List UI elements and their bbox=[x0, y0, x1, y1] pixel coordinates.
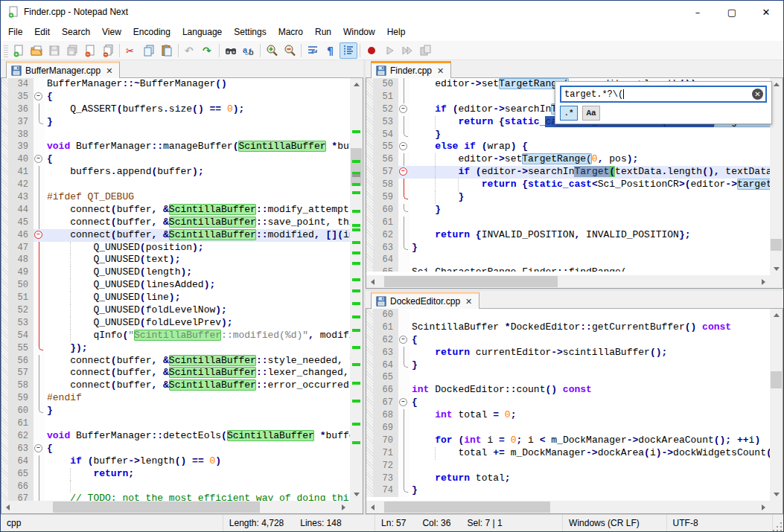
bookmark-margin[interactable] bbox=[1, 78, 8, 91]
zoom-out-icon[interactable] bbox=[281, 42, 299, 59]
code-text[interactable]: Q_UNUSED(position); bbox=[45, 242, 350, 254]
maximize-button[interactable]: ▢ bbox=[715, 1, 749, 23]
bookmark-margin[interactable] bbox=[1, 103, 8, 116]
bookmark-margin[interactable] bbox=[366, 179, 373, 191]
bookmark-margin[interactable] bbox=[366, 347, 373, 359]
code-text[interactable] bbox=[45, 417, 350, 430]
indent-guides-icon[interactable] bbox=[340, 42, 357, 59]
fold-margin[interactable]: – bbox=[398, 141, 409, 153]
toolbar-drag-handle[interactable] bbox=[4, 44, 8, 57]
tab-close-icon[interactable]: ✕ bbox=[464, 297, 474, 307]
cut-icon[interactable]: ✂ bbox=[122, 42, 140, 59]
bookmark-margin[interactable] bbox=[366, 334, 373, 347]
bookmark-margin[interactable] bbox=[1, 455, 8, 468]
bookmark-margin[interactable] bbox=[366, 229, 373, 242]
match-case-toggle-button[interactable]: Aa bbox=[582, 106, 600, 121]
bookmark-margin[interactable] bbox=[1, 153, 8, 166]
bookmark-margin[interactable] bbox=[1, 493, 8, 501]
bookmark-margin[interactable] bbox=[1, 229, 8, 242]
bookmark-margin[interactable] bbox=[1, 217, 8, 229]
bookmark-margin[interactable] bbox=[1, 179, 8, 191]
scroll-left-button[interactable] bbox=[366, 501, 379, 513]
word-wrap-icon[interactable] bbox=[304, 42, 322, 59]
scroll-left-button[interactable] bbox=[366, 275, 379, 288]
menu-macro[interactable]: Macro bbox=[273, 24, 309, 40]
code-text[interactable]: connect(buffer, &ScintillaBuffer::error_… bbox=[45, 379, 350, 392]
code-text[interactable]: Q_UNUSED(text); bbox=[45, 254, 350, 266]
fold-margin[interactable]: – bbox=[398, 103, 409, 116]
menu-settings[interactable]: Settings bbox=[228, 24, 272, 40]
bookmark-margin[interactable] bbox=[366, 141, 373, 153]
code-text[interactable]: buffers.append(buffer); bbox=[45, 166, 350, 179]
bookmark-margin[interactable] bbox=[366, 78, 373, 91]
h-scroll-thumb[interactable] bbox=[384, 501, 551, 513]
scroll-up-button[interactable] bbox=[770, 309, 783, 321]
dockededitor-vertical-scrollbar[interactable] bbox=[770, 309, 783, 501]
find-icon[interactable] bbox=[222, 42, 240, 59]
code-text[interactable] bbox=[409, 460, 770, 472]
bookmark-margin[interactable] bbox=[366, 254, 373, 266]
code-text[interactable]: Q_UNUSED(foldLevelPrev); bbox=[45, 317, 350, 330]
bookmark-margin[interactable] bbox=[1, 405, 8, 417]
bookmark-margin[interactable] bbox=[366, 484, 373, 497]
bookmark-margin[interactable] bbox=[366, 103, 373, 116]
status-language[interactable]: cpp bbox=[1, 515, 223, 531]
bookmark-margin[interactable] bbox=[366, 409, 373, 422]
bookmark-margin[interactable] bbox=[1, 342, 8, 355]
bookmark-margin[interactable] bbox=[1, 116, 8, 129]
bookmark-margin[interactable] bbox=[1, 204, 8, 217]
code-text[interactable] bbox=[409, 309, 770, 321]
bookmark-margin[interactable] bbox=[366, 266, 373, 272]
scroll-down-button[interactable] bbox=[770, 488, 783, 501]
h-scroll-track[interactable] bbox=[379, 501, 757, 513]
clear-search-icon[interactable]: ✕ bbox=[752, 89, 763, 100]
code-text[interactable]: connect(buffer, &ScintillaBuffer::save_p… bbox=[45, 217, 350, 229]
fold-margin[interactable]: – bbox=[34, 229, 45, 242]
code-text[interactable]: return total; bbox=[409, 472, 770, 485]
menu-view[interactable]: View bbox=[96, 24, 127, 40]
fold-margin[interactable]: – bbox=[34, 91, 45, 103]
code-text[interactable]: }); bbox=[45, 342, 350, 355]
fold-margin[interactable]: – bbox=[398, 166, 409, 179]
code-text[interactable]: #ifdef QT_DEBUG bbox=[45, 191, 350, 204]
bookmark-margin[interactable] bbox=[1, 304, 8, 317]
code-text[interactable]: } bbox=[409, 191, 770, 204]
new-file-icon[interactable] bbox=[10, 42, 28, 59]
scroll-left-button[interactable] bbox=[1, 501, 14, 513]
code-text[interactable] bbox=[409, 422, 770, 435]
v-scroll-thumb[interactable] bbox=[351, 148, 362, 186]
code-text[interactable]: connect(buffer, &ScintillaBuffer::modify… bbox=[45, 204, 350, 217]
bookmark-margin[interactable] bbox=[1, 355, 8, 368]
code-text[interactable] bbox=[45, 179, 350, 191]
fold-margin[interactable]: – bbox=[34, 153, 45, 166]
v-scroll-track[interactable] bbox=[770, 321, 783, 488]
bookmark-margin[interactable] bbox=[1, 242, 8, 254]
bookmark-margin[interactable] bbox=[366, 321, 373, 334]
bookmark-margin[interactable] bbox=[366, 460, 373, 472]
tab-close-icon[interactable]: ✕ bbox=[104, 66, 114, 76]
close-icon[interactable] bbox=[81, 42, 99, 59]
code-text[interactable]: Q_UNUSED(foldLevelNow); bbox=[45, 304, 350, 317]
bookmark-margin[interactable] bbox=[366, 166, 373, 179]
bookmark-margin[interactable] bbox=[366, 472, 373, 485]
menu-search[interactable]: Search bbox=[56, 24, 96, 40]
bookmark-margin[interactable] bbox=[1, 330, 8, 342]
bookmark-margin[interactable] bbox=[1, 279, 8, 292]
h-scroll-thumb[interactable] bbox=[53, 501, 260, 513]
menu-edit[interactable]: Edit bbox=[28, 24, 56, 40]
search-input[interactable]: target.*?\(✕ bbox=[560, 86, 767, 103]
regex-toggle-button[interactable]: .* bbox=[560, 106, 578, 121]
code-text[interactable]: #endif bbox=[45, 392, 350, 405]
bookmark-margin[interactable] bbox=[366, 384, 373, 397]
code-text[interactable]: { bbox=[45, 153, 350, 166]
code-text[interactable]: Sci_CharacterRange Finder::findRange( bbox=[409, 266, 770, 272]
bookmark-margin[interactable] bbox=[366, 91, 373, 103]
v-scroll-track[interactable] bbox=[350, 91, 363, 488]
copy-icon[interactable] bbox=[140, 42, 158, 59]
code-text[interactable]: editor->setTargetRange(0, pos); bbox=[409, 153, 770, 166]
bookmark-margin[interactable] bbox=[1, 266, 8, 279]
bookmark-margin[interactable] bbox=[366, 435, 373, 447]
code-text[interactable]: { bbox=[409, 334, 770, 347]
code-text[interactable]: qInfo("ScintillaBuffer::modified(%d)", m… bbox=[45, 330, 350, 342]
bookmark-margin[interactable] bbox=[366, 191, 373, 204]
